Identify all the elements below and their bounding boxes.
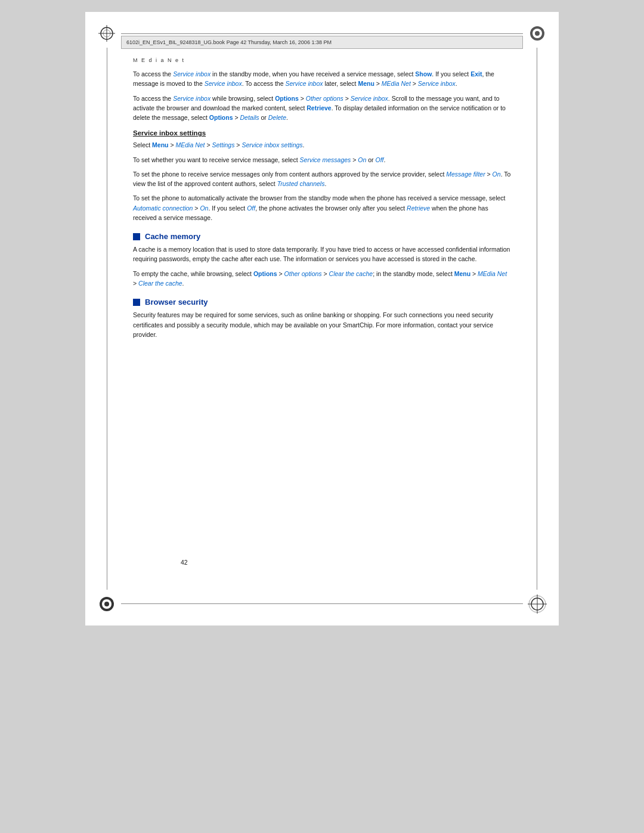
cache-p2-text2: > [277,270,284,277]
inbox-paragraph-2: To set whether you want to receive servi… [133,155,511,165]
corner-mark-br [527,593,548,615]
cache-p2-text7: . [182,280,184,287]
service-inbox-settings-heading: Service inbox settings [133,129,511,137]
inbox-p3-text2: > [485,171,493,178]
automatic-connection-link[interactable]: Automatic connection [133,205,193,212]
on-link-3[interactable]: On [200,205,208,212]
options-link-2[interactable]: Options [209,114,233,121]
options-link-3[interactable]: Options [253,270,277,277]
retrieve-link-2[interactable]: Retrieve [407,205,430,212]
intro-p2-text7: > [233,114,240,121]
intro-p2-text9: . [286,114,288,121]
inbox-paragraph-4: To set the phone to automatically activa… [133,193,511,222]
menu-link-3[interactable]: Menu [454,270,470,277]
section-label: M E d i a N e t [133,57,511,63]
intro-p2-text2: while browsing, select [210,95,275,102]
file-header: 6102i_EN_ESv1_BIL_9248318_UG.book Page 4… [121,36,523,49]
clear-cache-link-2[interactable]: Clear the cache [138,280,182,287]
intro-p2-text1: To access the [133,95,173,102]
message-filter-link[interactable]: Message filter [446,171,485,178]
trim-line-left [107,48,107,590]
corner-mark-tl [96,23,117,44]
trim-line-right [537,48,537,590]
svg-point-6 [535,31,540,36]
off-link-1[interactable]: Off [376,156,384,163]
intro-p1-text6: later, select [323,80,358,87]
settings-link[interactable]: Settings [212,141,235,148]
media-net-link-3[interactable]: MEdia Net [478,270,507,277]
service-inbox-settings-link[interactable]: Service inbox settings [242,141,302,148]
browser-security-section-heading: Browser security [133,298,511,306]
inbox-p4-text1: To set the phone to automatically activa… [133,194,506,202]
media-net-link-2[interactable]: MEdia Net [176,141,205,148]
intro-p2-text8: or [259,114,268,121]
intro-paragraph-2: To access the Service inbox while browsi… [133,94,511,123]
corner-mark-bl [96,593,117,615]
other-options-link-1[interactable]: Other options [306,95,343,102]
clear-cache-link-1[interactable]: Clear the cache [329,270,373,277]
cache-p2-text5: > [470,270,478,277]
intro-p1-text7: > [374,80,382,87]
intro-p1-text9: . [456,80,457,87]
inbox-p4-text3: . If you select [208,205,247,212]
service-inbox-link-4[interactable]: Service inbox [418,80,456,87]
service-inbox-link-3[interactable]: Service inbox [285,80,323,87]
browser-heading-text: Browser security [145,298,208,306]
inbox-paragraph-1: Select Menu > MEdia Net > Settings > Ser… [133,140,511,150]
menu-link-2[interactable]: Menu [152,141,168,148]
details-link[interactable]: Details [240,114,259,121]
intro-p1-text3: . If you select [432,70,470,78]
cache-memory-section-heading: Cache memory [133,232,511,241]
cache-p2-text4: ; in the standby mode, select [373,270,454,277]
inbox-p4-text2: > [193,205,200,212]
on-link-1[interactable]: On [358,156,366,163]
inbox-p2-text4: . [384,156,386,163]
blue-square-icon-cache [133,233,140,240]
on-link-2[interactable]: On [493,171,501,178]
other-options-link-2[interactable]: Other options [284,270,322,277]
cache-p2-text1: To empty the cache, while browsing, sele… [133,270,253,277]
inbox-p4-text4: , the phone activates the browser only a… [255,205,407,212]
inbox-p3-text4: . [324,180,326,187]
retrieve-link-1[interactable]: Retrieve [306,104,331,112]
cache-paragraph-2: To empty the cache, while browsing, sele… [133,269,511,289]
inbox-p1-text5: . [303,141,305,148]
page-number: 42 [181,559,188,566]
service-inbox-link-5[interactable]: Service inbox [173,95,210,102]
intro-p1-text2: in the standby mode, when you have recei… [210,70,415,78]
inbox-p1-text2: > [169,141,176,148]
trusted-channels-link[interactable]: Trusted channels [277,180,325,187]
exit-link[interactable]: Exit [470,70,482,78]
cache-p2-text6: > [133,280,138,287]
media-net-link-1[interactable]: MEdia Net [382,80,411,87]
service-inbox-link-1[interactable]: Service inbox [173,70,210,78]
intro-p2-text3: > [299,95,306,102]
intro-p1-text1: To access the [133,70,173,78]
show-link[interactable]: Show [415,70,432,78]
off-link-2[interactable]: Off [247,205,255,212]
intro-p1-text5: . To access the [242,80,286,87]
options-link-1[interactable]: Options [275,95,299,102]
inbox-p1-text3: > [205,141,212,148]
intro-p1-text8: > [411,80,418,87]
blue-square-icon-browser [133,299,140,306]
content-area: M E d i a N e t To access the Service in… [133,55,511,590]
svg-point-9 [104,602,109,606]
page: 6102i_EN_ESv1_BIL_9248318_UG.book Page 4… [85,12,559,625]
file-header-text: 6102i_EN_ESv1_BIL_9248318_UG.book Page 4… [126,39,332,45]
menu-link-1[interactable]: Menu [358,80,374,87]
inbox-p2-text3: or [366,156,375,163]
cache-paragraph-1: A cache is a memory location that is use… [133,244,511,264]
inbox-p2-text1: To set whether you want to receive servi… [133,156,300,163]
inbox-p2-text2: > [351,156,358,163]
inbox-p1-text4: > [234,141,242,148]
service-inbox-link-6[interactable]: Service inbox [351,95,388,102]
cache-heading-text: Cache memory [145,232,200,241]
service-inbox-link-2[interactable]: Service inbox [205,80,242,87]
inbox-paragraph-3: To set the phone to receive service mess… [133,169,511,189]
browser-paragraph-1: Security features may be required for so… [133,310,511,339]
service-messages-link[interactable]: Service messages [300,156,351,163]
delete-link[interactable]: Delete [268,114,286,121]
inbox-p1-text1: Select [133,141,152,148]
inbox-p3-text1: To set the phone to receive service mess… [133,171,446,178]
